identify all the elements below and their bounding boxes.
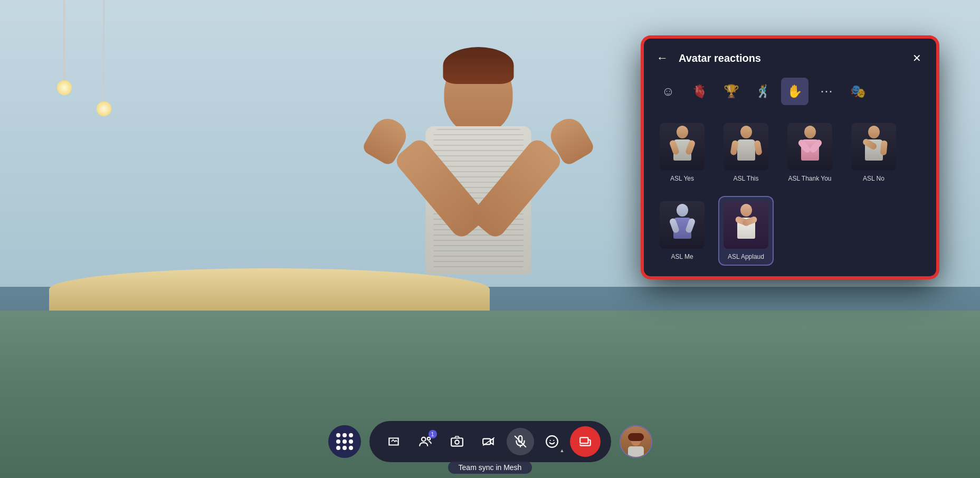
reaction-asl-applaud[interactable]: ASL Applaud xyxy=(718,196,774,266)
reaction-label-asl-me: ASL Me xyxy=(671,253,693,260)
back-button[interactable]: ← xyxy=(654,49,670,67)
category-dance[interactable]: 🕺 xyxy=(749,78,777,105)
ceiling-light-1 xyxy=(63,0,65,95)
mini-arm-l xyxy=(669,139,680,155)
people-badge: 1 xyxy=(429,430,437,438)
mini-head-2 xyxy=(740,126,752,138)
svg-point-0 xyxy=(421,437,425,442)
scene-button[interactable] xyxy=(380,428,407,455)
emoji-button[interactable] xyxy=(538,428,566,455)
category-emoji[interactable]: ☺ xyxy=(654,78,682,105)
mini-arm-l-4 xyxy=(862,138,878,151)
svg-point-3 xyxy=(455,440,459,444)
category-more[interactable]: ⋯ xyxy=(813,78,840,105)
svg-rect-14 xyxy=(628,433,644,441)
mini-arm-r-3 xyxy=(808,138,823,154)
main-avatar xyxy=(359,47,597,406)
mini-avatar-asl-this xyxy=(730,126,762,168)
user-avatar-button[interactable] xyxy=(620,425,652,458)
scene-icon xyxy=(387,435,401,448)
mini-body-3 xyxy=(801,139,819,161)
avatar-figure xyxy=(359,47,597,406)
share-icon xyxy=(578,435,592,448)
reaction-label-asl-applaud: ASL Applaud xyxy=(728,253,764,260)
mute-icon xyxy=(513,435,527,448)
reaction-avatar-asl-me xyxy=(660,201,705,249)
toolbar-pill: 1 xyxy=(369,421,611,462)
reaction-asl-me[interactable]: ASL Me xyxy=(654,196,710,266)
mini-head-4 xyxy=(868,126,880,138)
mini-avatar-asl-thank-you xyxy=(794,126,826,168)
mini-head xyxy=(677,126,688,138)
camera-button[interactable] xyxy=(443,428,471,455)
reaction-avatar-asl-applaud xyxy=(724,201,768,249)
mini-arm-l-5 xyxy=(669,218,680,233)
share-button[interactable] xyxy=(570,426,601,457)
user-avatar-svg xyxy=(623,430,649,457)
reaction-avatar-asl-this xyxy=(724,123,768,171)
mute-button[interactable] xyxy=(507,428,534,455)
mini-arm-l-3 xyxy=(797,138,811,154)
reaction-asl-no[interactable]: ASL No xyxy=(846,118,901,188)
bottom-toolbar: 1 xyxy=(328,421,652,462)
reaction-asl-this[interactable]: ASL This xyxy=(718,118,774,188)
mini-head-5 xyxy=(677,204,688,217)
reaction-label-asl-thank-you: ASL Thank You xyxy=(788,175,831,182)
mini-arm-r-4 xyxy=(880,140,887,155)
reaction-label-asl-yes: ASL Yes xyxy=(670,175,694,182)
svg-rect-15 xyxy=(628,446,644,457)
svg-point-10 xyxy=(549,440,550,441)
mini-avatar-asl-yes xyxy=(667,126,698,168)
panel-title: Avatar reactions xyxy=(679,52,761,64)
avatar-reactions-panel: ← Avatar reactions ✕ ☺ 🫀 🏆 🕺 ✋ ⋯ 🎭 xyxy=(642,37,938,278)
video-icon xyxy=(482,435,496,448)
reaction-avatar-asl-no xyxy=(851,123,896,171)
session-label-text: Team sync in Mesh xyxy=(459,463,522,472)
mini-avatar-asl-me xyxy=(667,204,698,246)
reaction-asl-thank-you[interactable]: ASL Thank You xyxy=(782,118,838,188)
apps-button[interactable] xyxy=(328,425,361,458)
mini-head-3 xyxy=(804,126,816,138)
mini-arm-l-2 xyxy=(730,140,739,156)
reaction-asl-yes[interactable]: ASL Yes xyxy=(654,118,710,188)
emoji-button-wrapper: ▲ xyxy=(538,428,566,455)
mini-body-6 xyxy=(737,218,755,239)
avatar-hair xyxy=(443,47,513,84)
mini-arm-r-2 xyxy=(754,140,763,156)
emoji-icon xyxy=(545,435,559,448)
mini-body-4 xyxy=(865,139,883,161)
panel-header: ← Avatar reactions ✕ xyxy=(654,49,926,67)
camera-icon xyxy=(450,435,464,448)
user-avatar-mini xyxy=(621,426,651,457)
video-button[interactable] xyxy=(475,428,502,455)
reaction-avatar-asl-thank-you xyxy=(787,123,832,171)
mini-avatar-asl-no xyxy=(858,126,890,168)
close-button[interactable]: ✕ xyxy=(908,50,926,67)
mini-avatar-asl-applaud xyxy=(730,204,762,246)
category-hand[interactable]: ✋ xyxy=(781,78,808,105)
category-love[interactable]: 🫀 xyxy=(686,78,713,105)
category-row: ☺ 🫀 🏆 🕺 ✋ ⋯ 🎭 xyxy=(654,78,926,105)
people-button[interactable]: 1 xyxy=(412,428,439,455)
session-label: Team sync in Mesh xyxy=(448,461,532,474)
mini-arm-r xyxy=(684,139,696,155)
category-trophy[interactable]: 🏆 xyxy=(718,78,745,105)
reactions-grid: ASL Yes ASL This xyxy=(654,118,926,266)
ceiling-light-2 xyxy=(103,0,104,116)
mini-arm-r-6 xyxy=(741,215,757,227)
svg-point-9 xyxy=(546,436,558,447)
reaction-label-asl-this: ASL This xyxy=(733,175,758,182)
svg-rect-2 xyxy=(451,438,463,446)
svg-point-11 xyxy=(553,440,554,441)
svg-point-1 xyxy=(427,437,430,440)
mini-arm-r-5 xyxy=(684,218,696,233)
svg-rect-12 xyxy=(580,437,588,443)
reaction-avatar-asl-yes xyxy=(660,123,705,171)
category-face[interactable]: 🎭 xyxy=(844,78,872,105)
mini-body-2 xyxy=(737,139,755,161)
mini-body xyxy=(673,139,691,161)
dots-grid-icon xyxy=(336,433,353,450)
panel-header-left: ← Avatar reactions xyxy=(654,49,761,67)
mini-body-5 xyxy=(673,218,691,239)
reaction-label-asl-no: ASL No xyxy=(863,175,884,182)
